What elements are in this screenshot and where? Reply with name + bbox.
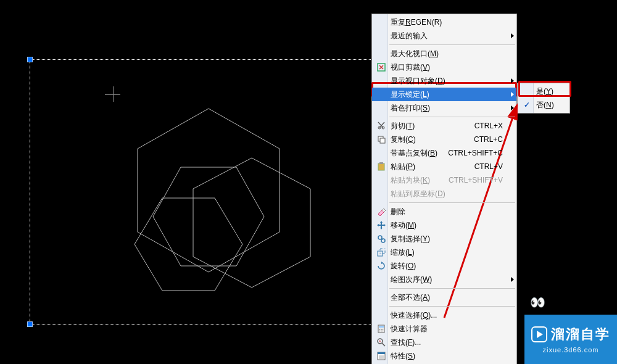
menu-separator: [389, 44, 515, 45]
submenu-item-label: 是(Y): [534, 86, 567, 97]
menu-item-label: 移动(M): [388, 220, 514, 231]
menu-item[interactable]: 绘图次序(W): [372, 273, 516, 286]
menu-item-label: 复制(C): [388, 134, 474, 145]
context-menu[interactable]: 重复REGEN(R)最近的输入最大化视口(M)视口剪裁(V)显示视口对象(D)显…: [371, 14, 517, 364]
blank-icon: [375, 187, 388, 201]
blank-icon: [375, 88, 388, 101]
menu-item-label: 最大化视口(M): [388, 49, 514, 59]
menu-item-label: 复制选择(Y): [388, 234, 514, 244]
menu-item[interactable]: 重复REGEN(R): [372, 15, 516, 29]
menu-item[interactable]: 着色打印(S): [372, 101, 516, 115]
submenu-arrow-icon: [511, 88, 514, 101]
menu-item[interactable]: 视口剪裁(V): [372, 60, 516, 74]
menu-item-label: 显示锁定(L): [388, 89, 514, 100]
blank-icon: [375, 47, 388, 60]
menu-item[interactable]: 最大化视口(M): [372, 47, 516, 60]
copy-icon: [375, 133, 388, 146]
watermark-brand: 溜溜自学: [551, 325, 610, 344]
submenu-arrow-icon: [511, 101, 514, 115]
menu-item[interactable]: 快速计算器: [372, 322, 516, 336]
blank-icon: [375, 101, 388, 115]
menu-item[interactable]: 显示锁定(L): [372, 88, 516, 101]
submenu-item-label: 否(N): [534, 100, 567, 110]
menu-item[interactable]: 全部不选(A): [372, 291, 516, 304]
cad-viewport-selection[interactable]: [30, 59, 391, 325]
submenu-display-lock[interactable]: 是(Y)✓否(N): [517, 83, 570, 114]
submenu-item[interactable]: 是(Y): [518, 85, 569, 98]
grip-bottom-left[interactable]: [27, 321, 33, 327]
menu-item[interactable]: 快速选择(Q)...: [372, 308, 516, 322]
menu-separator: [389, 306, 515, 307]
svg-point-21: [381, 331, 382, 332]
svg-rect-8: [380, 138, 385, 143]
menu-item[interactable]: 复制选择(Y): [372, 232, 516, 246]
menu-item-label: 查找(F)...: [388, 337, 514, 348]
menu-item-shortcut: CTRL+SHIFT+V: [449, 176, 514, 184]
blank-icon: [375, 273, 388, 286]
menu-item-label: 带基点复制(B): [388, 148, 448, 159]
svg-rect-16: [379, 326, 384, 328]
submenu-arrow-icon: [511, 273, 514, 286]
watermark-url: zixue.3d66.com: [542, 346, 598, 354]
blank-icon: [375, 15, 388, 29]
clip-icon: [375, 60, 388, 74]
erase-icon: [375, 205, 388, 218]
menu-item-label: 全部不选(A): [388, 292, 514, 303]
menu-item[interactable]: 缩放(L): [372, 246, 516, 259]
rotate-icon: [375, 259, 388, 273]
menu-item[interactable]: 最近的输入: [372, 29, 516, 43]
menu-item-label: 快速选择(Q)...: [388, 310, 514, 321]
blank-icon: [375, 29, 388, 43]
grip-top-left[interactable]: [27, 57, 33, 62]
menu-item[interactable]: 移动(M): [372, 218, 516, 232]
svg-rect-10: [379, 162, 383, 164]
blank-icon: [375, 74, 388, 88]
copysel-icon: [375, 232, 388, 246]
menu-item-label: 显示视口对象(D): [388, 76, 514, 86]
menu-item[interactable]: 复制(C)CTRL+C: [372, 133, 516, 146]
menu-item-label: 粘贴为块(K): [388, 175, 449, 186]
watermark-logo: 溜溜自学 zixue.3d66.com: [524, 315, 617, 364]
menu-item[interactable]: 剪切(T)CTRL+X: [372, 119, 516, 133]
scale-icon: [375, 246, 388, 259]
svg-point-17: [379, 329, 381, 330]
blank-icon: [375, 291, 388, 304]
menu-item-label: 快速计算器: [388, 324, 514, 334]
paste-icon: [375, 160, 388, 173]
calc-icon: [375, 322, 388, 336]
menu-separator: [389, 288, 515, 289]
blank-icon: [375, 308, 388, 322]
menu-item[interactable]: 删除: [372, 205, 516, 218]
menu-item-label: 着色打印(S): [388, 103, 514, 114]
menu-item-label: 剪切(T): [388, 121, 474, 131]
find-icon: A: [375, 336, 388, 349]
svg-rect-9: [378, 163, 384, 170]
svg-text:A: A: [379, 339, 381, 343]
menu-item-shortcut: CTRL+X: [474, 122, 514, 130]
check-icon: ✓: [520, 98, 534, 112]
play-icon: [531, 326, 547, 342]
menu-item-label: 视口剪裁(V): [388, 62, 514, 73]
cut-icon: [375, 119, 388, 133]
submenu-arrow-icon: [511, 29, 514, 43]
menu-item[interactable]: 特性(S): [372, 349, 516, 363]
menu-item-label: 旋转(O): [388, 261, 514, 271]
menu-item[interactable]: 显示视口对象(D): [372, 74, 516, 88]
props-icon: [375, 349, 388, 363]
menu-item[interactable]: 带基点复制(B)CTRL+SHIFT+C: [372, 146, 516, 160]
menu-item-label: 特性(S): [388, 351, 514, 362]
menu-item[interactable]: 旋转(O): [372, 259, 516, 273]
menu-item-label: 粘贴(P): [388, 162, 474, 172]
menu-item-shortcut: CTRL+C: [474, 135, 514, 144]
menu-item-label: 粘贴到原坐标(D): [388, 189, 514, 199]
menu-item: 粘贴为块(K)CTRL+SHIFT+V: [372, 173, 516, 187]
decorative-eyes-icon: 👀: [530, 295, 542, 310]
submenu-item[interactable]: ✓否(N): [518, 98, 569, 112]
menu-item-label: 缩放(L): [388, 247, 514, 258]
menu-item[interactable]: A查找(F)...: [372, 336, 516, 349]
menu-item[interactable]: 粘贴(P)CTRL+V: [372, 160, 516, 173]
menu-item-label: 最近的输入: [388, 31, 514, 41]
blank-icon: [375, 146, 388, 160]
menu-separator: [389, 117, 515, 117]
menu-item-shortcut: CTRL+V: [474, 162, 514, 171]
